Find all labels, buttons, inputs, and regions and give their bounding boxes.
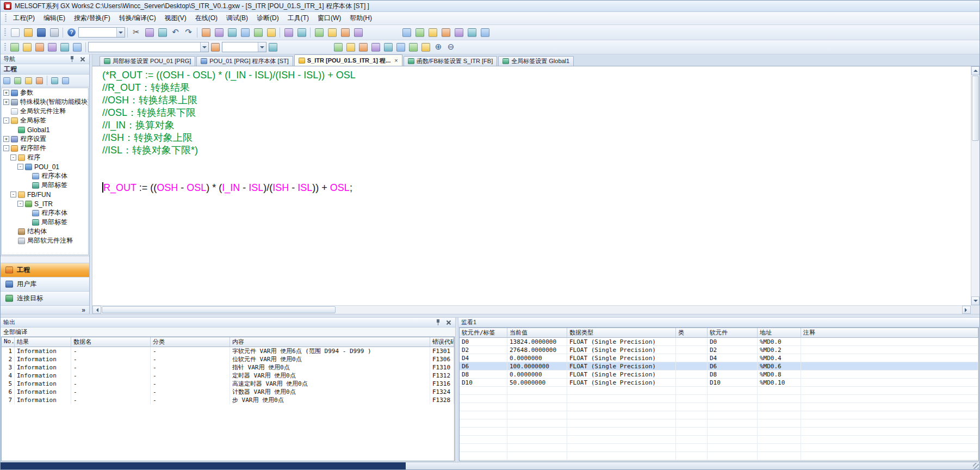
scroll-up-icon[interactable] [971,66,979,75]
tree-item-sitr-local-label[interactable]: 局部标签 [2,218,88,227]
cut-icon[interactable]: ✂ [130,27,142,39]
expand-icon[interactable]: + [3,99,9,105]
scroll-down-icon[interactable] [971,296,979,305]
label-display-mode-icon[interactable] [332,42,344,53]
output-column-header[interactable]: 数据名 [71,337,151,347]
collapse-icon[interactable]: - [17,164,23,170]
editor-tab-0[interactable]: 局部标签设置 POU_01 [PRG] [100,56,195,66]
watch-column-header[interactable]: 地址 [758,328,801,338]
address-combobox[interactable] [222,42,266,52]
cross-reference-window-icon[interactable] [59,42,71,53]
tree-display-filter-icon[interactable] [49,76,60,86]
menu-project[interactable]: 工程(P) [9,12,39,24]
output-column-header[interactable]: 内容 [230,337,430,347]
redo-icon[interactable]: ↷ [182,27,195,39]
nav-view-connection[interactable]: 连接目标 [1,291,89,305]
tree-item-pou[interactable]: -程序部件 [2,144,88,153]
output-row[interactable]: 3Information--指针 VAR用 使用0点F1310 [2,363,454,372]
collapse-icon[interactable]: - [3,145,9,151]
ladder-close-contact-icon[interactable] [213,27,225,39]
tree-item-global-device-comment[interactable]: 全局软元件注释 [2,107,88,116]
display-lock-icon[interactable] [420,42,432,53]
comment-display-icon[interactable] [357,42,369,53]
vertical-scroll-track[interactable] [971,141,979,296]
monitor-write-mode-icon[interactable] [352,27,364,39]
ladder-coil-icon[interactable] [226,27,238,39]
user-library-window-icon[interactable] [21,42,33,53]
read-mode-icon[interactable] [466,27,478,39]
project-tree[interactable]: +参数+特殊模块(智能功能模块)全局软元件注释-全局标签Global1+程序设置… [1,88,89,255]
pin-icon[interactable] [434,319,442,326]
resize-grip-icon[interactable] [973,463,979,469]
menu-tool[interactable]: 工具(T) [283,12,313,24]
watch-column-header[interactable]: 类 [676,328,708,338]
close-icon[interactable] [78,55,86,63]
menu-find-replace[interactable]: 搜索/替换(F) [70,12,115,24]
close-icon[interactable] [444,319,452,326]
tree-item-sitr-program-body[interactable]: 程序本体 [2,208,88,218]
open-project-icon[interactable] [22,27,34,39]
menu-help[interactable]: 帮助(H) [345,12,376,24]
quick-access-combobox[interactable] [78,27,125,38]
jump-icon[interactable] [267,42,279,53]
ladder-open-contact-icon[interactable] [200,27,212,39]
print-icon[interactable] [48,27,60,39]
scroll-right-icon[interactable] [962,306,971,314]
menu-online[interactable]: 在线(O) [191,12,222,24]
menu-view[interactable]: 视图(V) [160,12,191,24]
tree-item-pou01-program-body[interactable]: 程序本体 [2,171,88,181]
tree-item-parameter[interactable]: +参数 [2,88,88,97]
chevron-down-icon[interactable] [258,42,266,52]
collapse-icon[interactable]: - [10,191,16,197]
connection-window-icon[interactable] [34,42,46,53]
menu-window[interactable]: 窗口(W) [313,12,345,24]
expand-icon[interactable]: + [3,136,9,142]
device-search-combobox[interactable] [88,42,209,52]
editor-vertical-scrollbar[interactable] [971,66,979,305]
editor-tab-4[interactable]: 全局标签设置 Global1 [498,56,574,66]
output-column-header[interactable]: No. [2,337,15,347]
nav-view-project[interactable]: 工程 [1,263,89,277]
statement-display-icon[interactable] [400,27,413,39]
watch-row[interactable]: D80.0000000FLOAT (Single Precision)D8%MD… [460,370,978,379]
monitor-mode-icon[interactable] [339,27,351,39]
output-column-header[interactable]: 分类 [151,337,230,347]
output-window-icon[interactable] [46,42,58,53]
save-project-icon[interactable] [35,27,47,39]
chevron-down-icon[interactable] [116,28,125,37]
inline-st-icon[interactable] [452,27,465,39]
horizontal-scroll-thumb[interactable] [102,306,336,313]
tree-item-structure[interactable]: 结构体 [2,227,88,236]
watch-column-header[interactable]: 当前值 [507,328,567,338]
watch-row[interactable]: D013824.0000000FLOAT (Single Precision)D… [460,338,978,346]
watch-column-header[interactable]: 软元件/标签 [460,328,507,338]
chevron-down-icon[interactable] [200,42,208,52]
plc-read-icon[interactable] [313,27,325,39]
watch-window-icon[interactable] [71,42,83,53]
editor-tab-3[interactable]: 函数/FB标签设置 S_ITR [FB] [404,56,498,66]
ladder-vertical-line-icon[interactable] [265,27,277,39]
tree-item-local-device-comment[interactable]: 局部软元件注释 [2,236,88,245]
watch-column-header[interactable]: 数据类型 [567,328,676,338]
copy-icon[interactable] [143,27,156,39]
editor-horizontal-scrollbar[interactable] [92,305,979,314]
editor-tab-1[interactable]: POU_01 [PRG] 程序本体 [ST] [196,56,293,66]
project-window-icon[interactable] [9,42,21,53]
write-mode-icon[interactable] [479,27,491,39]
monitor-start-icon[interactable] [370,42,382,53]
output-column-header[interactable]: 结果 [15,337,71,347]
new-project-icon[interactable] [9,27,21,39]
tree-item-program-setting[interactable]: +程序设置 [2,134,88,144]
watch-row[interactable]: D1050.0000000FLOAT (Single Precision)D10… [460,379,978,387]
scroll-left-icon[interactable] [92,306,101,314]
tree-menu-dropdown-icon[interactable] [60,76,71,86]
device-comment-display-icon[interactable] [426,27,439,39]
watch-stop-icon[interactable] [407,42,419,53]
menu-convert-compile[interactable]: 转换/编译(C) [115,12,160,24]
collapse-icon[interactable]: - [3,118,9,123]
device-display-mode-icon[interactable] [345,42,357,53]
zoom-in-icon[interactable]: ⊕ [432,42,444,53]
output-column-header[interactable]: 错误代码 [430,337,454,347]
tree-item-intelligent-module[interactable]: +特殊模块(智能功能模块) [2,97,88,107]
watch-column-header[interactable]: 软元件 [708,328,758,338]
